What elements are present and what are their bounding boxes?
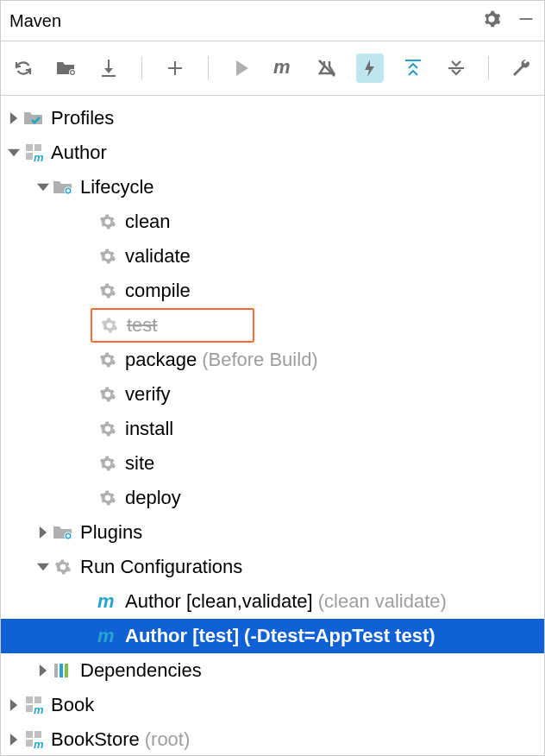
gear-icon	[96, 489, 120, 507]
tree-annotation: (Before Build)	[202, 349, 318, 371]
svg-rect-15	[60, 664, 63, 677]
svg-rect-17	[26, 696, 33, 703]
svg-rect-0	[520, 18, 533, 20]
tree-label: compile	[125, 280, 191, 302]
tree-label: Run Configurations	[80, 556, 242, 578]
chevron-right-icon[interactable]	[35, 526, 51, 539]
svg-rect-16	[65, 664, 68, 677]
tree-item-deploy[interactable]: deploy	[1, 481, 544, 515]
tree-item-run-configurations[interactable]: Run Configurations	[1, 550, 544, 584]
tree-label: Book	[51, 694, 94, 716]
tree-annotation: (root)	[145, 728, 191, 751]
svg-rect-7	[34, 144, 41, 151]
tree-label: package	[125, 349, 197, 371]
panel-header: Maven	[1, 1, 544, 41]
chevron-right-icon[interactable]	[35, 665, 51, 677]
svg-text:m: m	[34, 738, 43, 749]
tree-label: Dependencies	[80, 659, 202, 682]
chevron-down-icon[interactable]	[6, 147, 22, 159]
tree-item-install[interactable]: install	[1, 412, 544, 446]
tree-item-validate[interactable]: validate	[1, 239, 544, 274]
skip-tests-icon[interactable]	[313, 54, 341, 83]
tree-item-author[interactable]: m Author	[1, 135, 544, 170]
refresh-icon[interactable]	[9, 54, 37, 83]
svg-rect-8	[26, 153, 33, 160]
tree-item-verify[interactable]: verify	[1, 377, 544, 412]
svg-rect-22	[34, 731, 41, 738]
wrench-icon[interactable]	[508, 54, 536, 83]
tree-item-test[interactable]: test	[91, 308, 254, 343]
chevron-right-icon[interactable]	[6, 112, 22, 124]
maven-module-icon: m	[22, 143, 46, 162]
chevron-down-icon[interactable]	[35, 181, 51, 193]
tree-label: verify	[125, 383, 171, 406]
maven-module-icon: m	[22, 730, 46, 749]
maven-module-icon: m	[22, 696, 46, 715]
folder-gear-icon[interactable]	[53, 54, 80, 83]
tree-item-profiles[interactable]: Profiles	[1, 101, 544, 135]
tree-item-runconfig-clean-validate[interactable]: m Author [clean,validate] (clean validat…	[1, 584, 544, 619]
tree-label: deploy	[125, 487, 181, 509]
tree-item-compile[interactable]: compile	[1, 274, 544, 308]
panel-title: Maven	[9, 11, 482, 31]
library-icon	[51, 662, 75, 679]
gear-icon	[96, 420, 120, 438]
tree-label: validate	[125, 245, 191, 268]
tree-label: Author [test] (-Dtest=AppTest test)	[125, 625, 435, 647]
tree-label: clean	[125, 211, 171, 233]
svg-rect-14	[54, 664, 58, 677]
tree-item-runconfig-test[interactable]: m Author [test] (-Dtest=AppTest test)	[1, 619, 544, 653]
tree-item-bookstore[interactable]: m BookStore (root)	[1, 722, 544, 755]
tree-item-book[interactable]: m Book	[1, 688, 544, 722]
gear-icon	[96, 282, 120, 299]
tree-annotation: (clean validate)	[318, 590, 447, 613]
tree-item-clean[interactable]: clean	[1, 205, 544, 239]
maven-m-icon: m	[96, 627, 120, 646]
tree-label: Plugins	[80, 521, 142, 544]
tree-label: Lifecycle	[80, 176, 154, 198]
minimize-icon[interactable]	[517, 9, 536, 33]
tree-item-lifecycle[interactable]: Lifecycle	[1, 170, 544, 205]
gear-icon	[96, 386, 120, 403]
add-icon[interactable]	[161, 54, 189, 83]
settings-icon[interactable]	[482, 9, 501, 33]
tree-item-site[interactable]: site	[1, 446, 544, 481]
svg-rect-23	[26, 740, 33, 747]
tree-item-package[interactable]: package (Before Build)	[1, 343, 544, 377]
gear-icon	[96, 248, 120, 265]
gear-icon	[96, 351, 120, 369]
tree-label: test	[127, 314, 157, 337]
tree-label: Profiles	[51, 107, 114, 129]
run-icon[interactable]	[228, 54, 255, 83]
collapse-down-icon[interactable]	[442, 54, 470, 83]
svg-text:m: m	[273, 59, 291, 78]
chevron-right-icon[interactable]	[6, 699, 22, 711]
gear-icon	[97, 317, 122, 334]
tree-item-plugins[interactable]: Plugins	[1, 515, 544, 550]
gear-icon	[96, 213, 120, 230]
toolbar: m	[1, 41, 544, 96]
folder-gear-icon	[51, 179, 75, 196]
svg-rect-4	[168, 67, 182, 69]
maven-m-icon[interactable]: m	[271, 54, 298, 83]
tree-item-dependencies[interactable]: Dependencies	[1, 653, 544, 688]
download-icon[interactable]	[96, 54, 123, 83]
svg-text:m: m	[34, 703, 43, 715]
svg-text:m: m	[97, 627, 115, 646]
maven-tree[interactable]: Profiles m Author Lifecycle clean valida…	[1, 96, 544, 755]
tree-label: site	[125, 452, 154, 475]
svg-text:m: m	[34, 151, 43, 162]
folder-check-icon	[22, 110, 46, 127]
gear-icon	[96, 455, 120, 472]
tree-label: Author [clean,validate]	[125, 590, 313, 613]
collapse-up-icon[interactable]	[399, 54, 427, 83]
maven-m-icon: m	[96, 592, 120, 611]
svg-rect-21	[26, 731, 33, 738]
svg-rect-18	[34, 696, 41, 703]
svg-rect-19	[26, 705, 33, 712]
svg-text:m: m	[97, 592, 115, 611]
chevron-right-icon[interactable]	[6, 734, 22, 746]
folder-gear-icon	[51, 524, 75, 541]
chevron-down-icon[interactable]	[35, 561, 51, 573]
offline-mode-icon[interactable]	[356, 54, 384, 83]
